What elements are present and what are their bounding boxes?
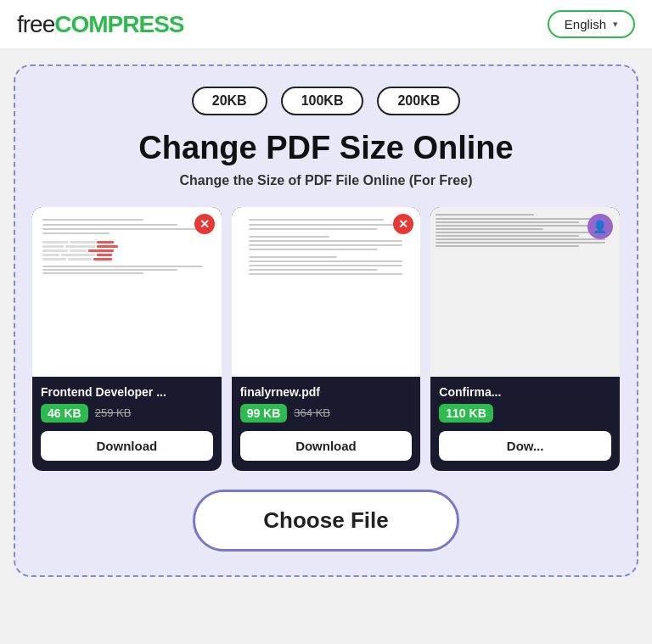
chevron-down-icon: ▾ [613,19,618,30]
card-filename-3: Confirma... [439,385,611,399]
file-card-2: ✕ [232,207,421,471]
choose-file-wrap: Choose File [32,490,620,552]
main-content: 20KB 100KB 200KB Change PDF Size Online … [0,49,652,597]
card-sizes-2: 99 KB 364 KB [240,404,413,423]
language-selector[interactable]: English ▾ [548,10,635,38]
card-filename-1: Frontend Developer ... [41,385,213,399]
logo: freeCOMPRESS [17,11,184,38]
logo-compress: COMPRESS [54,11,183,37]
download-button-1[interactable]: Download [41,431,213,461]
page-subtitle: Change the Size of PDF File Online (For … [32,173,620,188]
close-button-1[interactable]: ✕ [194,214,215,234]
card-info-3: Confirma... 110 KB Dow... [430,377,620,471]
file-card-3: 👤 Confir [430,207,620,471]
close-button-2[interactable]: ✕ [393,214,413,234]
size-old-1: 259 KB [95,406,132,419]
size-new-2: 99 KB [240,404,288,423]
card-info-1: Frontend Developer ... 46 KB 259 KB Down… [32,377,222,471]
file-cards-row: ✕ [32,207,620,471]
size-preset-20kb[interactable]: 20KB [192,87,267,115]
header: freeCOMPRESS English ▾ [0,0,652,49]
card-filename-2: finalyrnew.pdf [240,385,413,399]
logo-free: free [17,11,54,37]
tool-box: 20KB 100KB 200KB Change PDF Size Online … [14,64,638,577]
card-preview-3: 👤 [430,207,620,377]
size-new-3: 110 KB [439,404,492,423]
size-presets: 20KB 100KB 200KB [32,87,620,115]
size-old-2: 364 KB [294,406,330,419]
download-button-3[interactable]: Dow... [439,431,611,461]
size-preset-200kb[interactable]: 200KB [377,87,460,115]
size-preset-100kb[interactable]: 100KB [281,87,364,115]
file-card-1: ✕ [32,207,222,471]
card-sizes-1: 46 KB 259 KB [41,404,213,423]
language-label: English [565,17,606,31]
page-title: Change PDF Size Online [32,131,620,166]
card-preview-1: ✕ [32,207,222,377]
choose-file-button[interactable]: Choose File [193,490,458,552]
download-button-2[interactable]: Download [240,431,413,461]
card-info-2: finalyrnew.pdf 99 KB 364 KB Download [232,377,421,471]
card-sizes-3: 110 KB [439,404,611,423]
size-new-1: 46 KB [41,404,88,423]
card-preview-2: ✕ [232,207,421,377]
